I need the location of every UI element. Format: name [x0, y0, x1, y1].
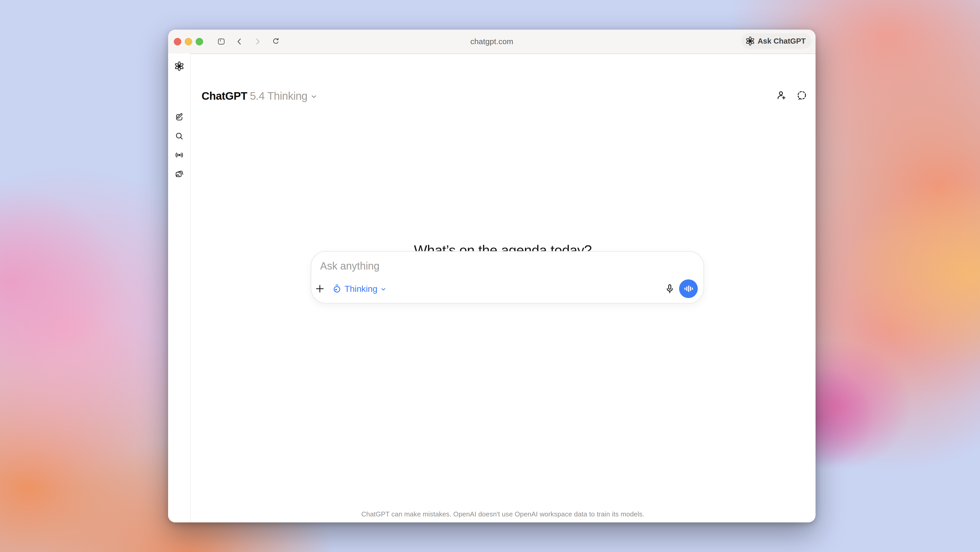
chevron-down-icon — [380, 286, 387, 293]
composer: Thinking — [311, 251, 704, 303]
ask-chatgpt-button[interactable]: Ask ChatGPT — [741, 33, 811, 49]
model-label: 5.4 Thinking — [250, 90, 307, 102]
desktop: { "browser": { "url": "chatgpt.com", "as… — [0, 0, 980, 552]
microphone-icon[interactable] — [664, 283, 676, 294]
thinking-label: Thinking — [344, 284, 377, 294]
thinking-mode-selector[interactable]: Thinking — [332, 284, 387, 294]
model-switcher[interactable]: ChatGPT 5.4 Thinking — [202, 89, 318, 103]
openai-logo-icon — [173, 60, 185, 72]
stopwatch-icon — [332, 284, 342, 294]
composer-controls: Thinking — [314, 279, 698, 299]
address-bar[interactable]: chatgpt.com — [168, 30, 816, 53]
voice-waveform-icon — [683, 283, 694, 294]
browser-window: chatgpt.com Ask ChatGPT — [168, 30, 816, 522]
chevron-down-icon — [310, 93, 318, 101]
page-top-actions — [776, 90, 807, 101]
add-person-icon[interactable] — [776, 90, 787, 101]
new-chat-icon[interactable] — [173, 111, 185, 123]
openai-logo-icon — [745, 36, 755, 46]
prompt-input[interactable] — [320, 258, 606, 273]
app-name: ChatGPT — [202, 90, 247, 102]
disclaimer-text: ChatGPT can make mistakes. OpenAI doesn'… — [190, 510, 816, 518]
browser-toolbar: chatgpt.com Ask ChatGPT — [168, 30, 816, 54]
plus-icon[interactable] — [314, 283, 325, 294]
library-icon[interactable] — [173, 168, 185, 180]
url-text: chatgpt.com — [470, 37, 513, 46]
ask-chatgpt-label: Ask ChatGPT — [758, 37, 806, 45]
temporary-chat-icon[interactable] — [796, 90, 807, 101]
voice-mode-icon[interactable] — [173, 149, 185, 161]
voice-mode-button[interactable] — [679, 279, 698, 298]
search-icon[interactable] — [173, 130, 185, 142]
sidebar — [168, 53, 191, 522]
